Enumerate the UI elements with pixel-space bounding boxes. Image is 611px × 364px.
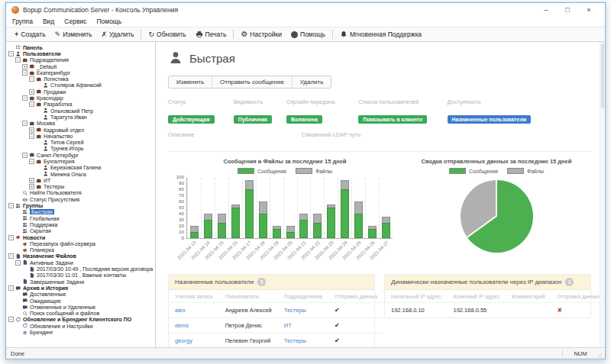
table-cell[interactable]: alex <box>169 303 219 318</box>
tree-node[interactable]: −Архив и История <box>6 285 155 291</box>
tree-expander[interactable]: + <box>22 64 27 69</box>
tree-node[interactable]: −Назначение Файлов <box>6 253 155 259</box>
menu-item[interactable]: Помощь <box>96 18 121 25</box>
tree-node[interactable]: −Группы <box>6 202 155 208</box>
tree-node[interactable]: −Подразделения <box>6 57 155 63</box>
tree-expander[interactable]: − <box>8 203 14 208</box>
tree-node[interactable]: −Пользователи <box>6 50 155 56</box>
tree-node[interactable]: −Логистика <box>6 76 155 82</box>
tree-expander[interactable]: − <box>29 101 34 107</box>
tree-node[interactable]: Столяров Афанасий <box>6 82 155 89</box>
toolbar-button[interactable]: Печать <box>191 29 231 40</box>
tree-node-label: Обновление и Брендинг Клиентского ПО <box>23 317 131 322</box>
person-icon <box>43 82 49 89</box>
tree-node[interactable]: +Кадровый отдел <box>6 127 155 133</box>
tree-node[interactable]: +ИТ <box>6 177 155 183</box>
action-button[interactable]: Изменить <box>169 76 212 88</box>
tree-node[interactable]: Ожидающие <box>6 298 155 304</box>
tree-node[interactable]: +Продажи <box>6 89 155 95</box>
toolbar-button[interactable]: +Создать <box>10 29 50 40</box>
tree-node-label: _Default <box>37 64 57 69</box>
tree-node[interactable]: −Обновление и Брендинг Клиентского ПО <box>6 317 155 323</box>
tree-node[interactable]: Березовская Галина <box>6 165 155 171</box>
tree-expander[interactable]: + <box>29 178 34 183</box>
tree-expander[interactable]: − <box>22 121 27 126</box>
tree-expander[interactable]: + <box>29 89 34 95</box>
menu-item[interactable]: Сервис <box>64 18 86 25</box>
tree-expander[interactable]: − <box>29 76 34 82</box>
tree-expander[interactable]: − <box>22 70 27 76</box>
tree-node[interactable]: +_Default <box>6 63 155 69</box>
table-cell[interactable]: denis <box>169 318 219 333</box>
tree-node[interactable]: Минина Ольга <box>6 171 155 177</box>
toolbar-button[interactable]: Помощь <box>286 29 330 40</box>
menu-item[interactable]: Группа <box>12 18 33 25</box>
tree-node[interactable]: −Санкт-Петербург <box>6 152 155 158</box>
tree-node[interactable]: Трунев Игорь <box>6 146 155 152</box>
tree-expander[interactable]: − <box>8 51 14 56</box>
tree-node[interactable]: Планерка <box>6 247 155 253</box>
table-cell[interactable]: Тестеры <box>278 333 328 348</box>
tree-node[interactable]: Отмененные и Удаленные <box>6 304 155 310</box>
tree-expander[interactable]: + <box>29 184 34 189</box>
tree-node[interactable]: Ольховский Петр <box>6 108 155 114</box>
tree-node[interactable]: −Москва <box>6 121 155 127</box>
tree-node[interactable]: Поддержка <box>6 221 155 227</box>
tree-node[interactable]: Брендинг <box>6 329 155 335</box>
tree-node[interactable]: Скрытая <box>6 228 155 234</box>
tree-expander[interactable]: − <box>8 253 14 259</box>
tree-expander[interactable]: − <box>8 235 14 240</box>
tree-node[interactable]: Статус Присутствия <box>6 196 155 202</box>
tree-node[interactable]: −Разработка <box>6 101 155 108</box>
tree-expander[interactable]: − <box>22 153 27 158</box>
tree-node[interactable]: Найти Пользователя <box>6 190 155 196</box>
resize-grip[interactable] <box>595 351 602 358</box>
tree-expander[interactable]: − <box>8 317 14 322</box>
table-cell[interactable]: Тестеры <box>278 303 328 318</box>
toolbar-button[interactable]: ↻Обновить <box>144 29 190 40</box>
tree-node[interactable]: Титов Сергей <box>6 139 155 145</box>
tree-node[interactable]: Таратута Иван <box>6 114 155 120</box>
menu-item[interactable]: Вид <box>43 18 54 25</box>
tree-expander[interactable]: − <box>22 95 27 101</box>
tree-node[interactable]: −Краснодар <box>6 95 155 101</box>
toolbar-button[interactable]: Мгновенная Поддержка <box>335 29 426 40</box>
toolbar-button[interactable]: ✗Удалить <box>96 29 138 40</box>
tree-node[interactable]: −Активные Задачи <box>6 259 155 266</box>
tree-expander[interactable]: − <box>15 57 21 63</box>
toolbar-button[interactable]: ⚙Настройки <box>236 29 286 40</box>
tree-expander[interactable]: − <box>8 285 14 291</box>
tree-node[interactable]: −Екатеринбург <box>6 69 155 76</box>
org-icon <box>29 70 35 76</box>
tree-node[interactable]: 2017/03/30 11:01 , Важные контакты <box>6 272 155 279</box>
tree-expander[interactable]: + <box>29 127 34 133</box>
navigation-tree: Панель−Пользователи−Подразделения+_Defau… <box>6 42 156 347</box>
tree-node[interactable]: −Начальство <box>6 133 155 139</box>
tree-node[interactable]: Обновление и Настройки <box>6 323 155 329</box>
tree-node[interactable]: 2017/03/30 10:49 , Последняя версия дого… <box>6 266 155 272</box>
action-button[interactable]: Удалить <box>292 76 331 88</box>
table-cell[interactable]: georgy <box>169 333 219 348</box>
tree-expander[interactable]: − <box>29 134 34 139</box>
tree-node[interactable]: Перезапуск файл-сервера <box>6 240 155 246</box>
close-button[interactable]: × <box>578 6 600 14</box>
tree-expander[interactable]: − <box>15 260 21 266</box>
tree-node[interactable]: −Новости <box>6 234 155 240</box>
maximize-button[interactable]: □ <box>557 6 578 14</box>
bar-x-axis-labels: 2021-04-132021-04-142021-04-152021-04-16… <box>186 239 393 265</box>
tree-node[interactable]: +Тестеры <box>6 184 155 190</box>
tree-node[interactable]: −Бухгалтерия <box>6 158 155 164</box>
table-cell[interactable]: ИТ <box>278 318 328 333</box>
toolbar-button[interactable]: ✎Изменить <box>50 29 97 40</box>
tree-node[interactable]: Поиск сообщений и файлов <box>6 310 155 316</box>
minimize-button[interactable]: – <box>535 6 557 14</box>
tree-node[interactable]: Доставленные <box>6 292 155 298</box>
action-button[interactable]: Отправить сообщение <box>212 76 292 88</box>
tree-node[interactable]: Завершенные Задачи <box>6 279 155 285</box>
tree-expander[interactable]: − <box>29 159 34 164</box>
tree-node[interactable]: Быстрая <box>6 209 155 215</box>
scrollbar-thumb[interactable] <box>601 43 604 108</box>
tree-node[interactable]: Панель <box>6 44 155 50</box>
tree-node[interactable]: Глобальная <box>6 215 155 221</box>
main-scrollbar[interactable] <box>600 42 605 347</box>
